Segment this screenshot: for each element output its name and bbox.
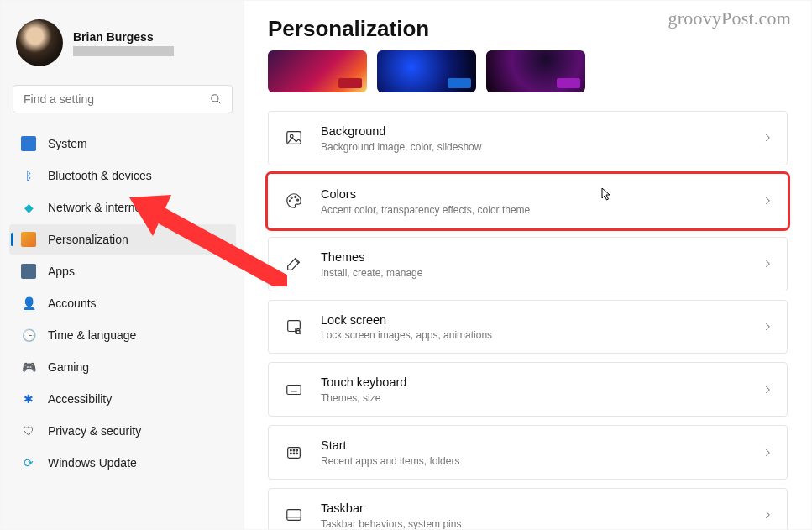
theme-preview-2[interactable]	[377, 50, 476, 92]
background-icon	[282, 126, 306, 150]
nav-label: Gaming	[48, 360, 89, 374]
profile-text: Brian Burgess	[73, 30, 174, 56]
theme-preview-3[interactable]	[486, 50, 585, 92]
nav-label: Accounts	[48, 296, 97, 310]
sidebar-item-system[interactable]: System	[9, 129, 236, 159]
sidebar-item-gaming[interactable]: 🎮 Gaming	[9, 352, 236, 382]
sidebar-item-windows-update[interactable]: ⟳ Windows Update	[9, 448, 236, 478]
svg-point-7	[297, 199, 299, 201]
settings-list: Background Background image, color, slid…	[268, 111, 788, 529]
card-touch-keyboard[interactable]: Touch keyboard Themes, size	[268, 362, 788, 417]
chevron-right-icon	[762, 447, 773, 459]
card-title: Themes	[321, 249, 762, 265]
nav-label: Bluetooth & devices	[48, 169, 152, 182]
card-title: Start	[321, 438, 762, 454]
personalization-icon	[21, 232, 36, 247]
svg-point-4	[289, 200, 291, 202]
card-title: Colors	[321, 186, 762, 202]
search-icon	[210, 93, 222, 105]
chevron-right-icon	[762, 321, 773, 333]
profile-name: Brian Burgess	[73, 30, 174, 44]
search-input[interactable]	[24, 92, 191, 106]
themes-icon	[282, 252, 306, 275]
theme-accent-chip	[557, 78, 580, 88]
start-icon	[282, 441, 306, 464]
card-background[interactable]: Background Background image, color, slid…	[268, 111, 788, 165]
card-body: Background Background image, color, slid…	[321, 123, 762, 153]
touch-keyboard-icon	[282, 378, 306, 401]
sidebar-item-apps[interactable]: Apps	[9, 256, 236, 286]
theme-accent-chip	[448, 78, 471, 88]
colors-icon	[282, 189, 306, 213]
card-subtitle: Install, create, manage	[321, 267, 762, 279]
profile[interactable]: Brian Burgess	[9, 11, 236, 78]
sidebar-item-network[interactable]: ◆ Network & internet	[9, 192, 236, 223]
sidebar-item-privacy[interactable]: 🛡 Privacy & security	[9, 416, 236, 446]
card-body: Themes Install, create, manage	[321, 249, 762, 279]
svg-point-0	[212, 95, 218, 102]
card-subtitle: Recent apps and items, folders	[321, 455, 762, 467]
time-language-icon: 🕒	[21, 328, 36, 343]
nav-label: Apps	[48, 265, 75, 278]
nav-label: Accessibility	[48, 392, 112, 406]
nav-label: Time & language	[48, 328, 136, 342]
card-themes[interactable]: Themes Install, create, manage	[268, 237, 788, 291]
svg-rect-11	[287, 385, 301, 394]
svg-point-3	[290, 135, 293, 139]
theme-strip	[268, 50, 788, 92]
chevron-right-icon	[762, 384, 773, 396]
svg-point-24	[296, 453, 298, 454]
apps-icon	[21, 264, 36, 279]
accessibility-icon: ✱	[21, 391, 36, 407]
chevron-right-icon	[762, 258, 773, 270]
svg-point-6	[295, 197, 296, 198]
nav-label: Personalization	[48, 233, 128, 246]
svg-point-20	[293, 449, 295, 451]
accounts-icon: 👤	[21, 296, 36, 311]
nav-label: Privacy & security	[48, 424, 141, 438]
system-icon	[21, 136, 36, 151]
card-lock-screen[interactable]: Lock screen Lock screen images, apps, an…	[268, 300, 788, 354]
card-title: Background	[321, 123, 762, 139]
card-taskbar[interactable]: Taskbar Taskbar behaviors, system pins	[268, 488, 788, 529]
card-subtitle: Themes, size	[321, 392, 762, 404]
lock-screen-icon	[282, 315, 306, 338]
sidebar-item-bluetooth[interactable]: ᛒ Bluetooth & devices	[9, 160, 236, 191]
sidebar-item-accounts[interactable]: 👤 Accounts	[9, 288, 236, 318]
card-title: Taskbar	[321, 501, 762, 517]
card-subtitle: Taskbar behaviors, system pins	[321, 518, 762, 529]
sidebar: Brian Burgess System ᛒ Bluetooth & devic…	[1, 1, 244, 529]
settings-window: Brian Burgess System ᛒ Bluetooth & devic…	[0, 0, 812, 530]
svg-line-1	[217, 101, 221, 104]
svg-point-19	[291, 449, 292, 451]
search-box[interactable]	[13, 85, 233, 113]
bluetooth-icon: ᛒ	[21, 168, 36, 183]
avatar	[16, 19, 63, 66]
taskbar-icon	[282, 503, 306, 527]
chevron-right-icon	[762, 509, 773, 521]
svg-point-23	[293, 453, 295, 454]
card-body: Taskbar Taskbar behaviors, system pins	[321, 501, 762, 529]
card-subtitle: Background image, color, slideshow	[321, 141, 762, 153]
card-title: Lock screen	[321, 312, 762, 328]
svg-point-5	[291, 197, 292, 199]
profile-email-redacted	[73, 46, 174, 56]
main-content: groovyPost.com Personalization Backgroun…	[244, 1, 811, 529]
svg-point-22	[291, 453, 292, 454]
nav: System ᛒ Bluetooth & devices ◆ Network &…	[9, 129, 236, 478]
nav-label: System	[48, 137, 87, 150]
theme-preview-1[interactable]	[268, 50, 367, 92]
sidebar-item-accessibility[interactable]: ✱ Accessibility	[9, 384, 236, 414]
network-icon: ◆	[21, 200, 36, 215]
card-colors[interactable]: Colors Accent color, transparency effect…	[268, 174, 788, 228]
privacy-icon: 🛡	[21, 423, 36, 438]
sidebar-item-personalization[interactable]: Personalization	[9, 224, 236, 255]
sidebar-item-time-language[interactable]: 🕒 Time & language	[9, 320, 236, 350]
card-start[interactable]: Start Recent apps and items, folders	[268, 425, 788, 480]
card-subtitle: Lock screen images, apps, animations	[321, 329, 762, 341]
card-body: Colors Accent color, transparency effect…	[321, 186, 762, 216]
card-body: Start Recent apps and items, folders	[321, 438, 762, 467]
card-body: Lock screen Lock screen images, apps, an…	[321, 312, 762, 342]
watermark: groovyPost.com	[668, 8, 791, 29]
gaming-icon: 🎮	[21, 359, 36, 375]
